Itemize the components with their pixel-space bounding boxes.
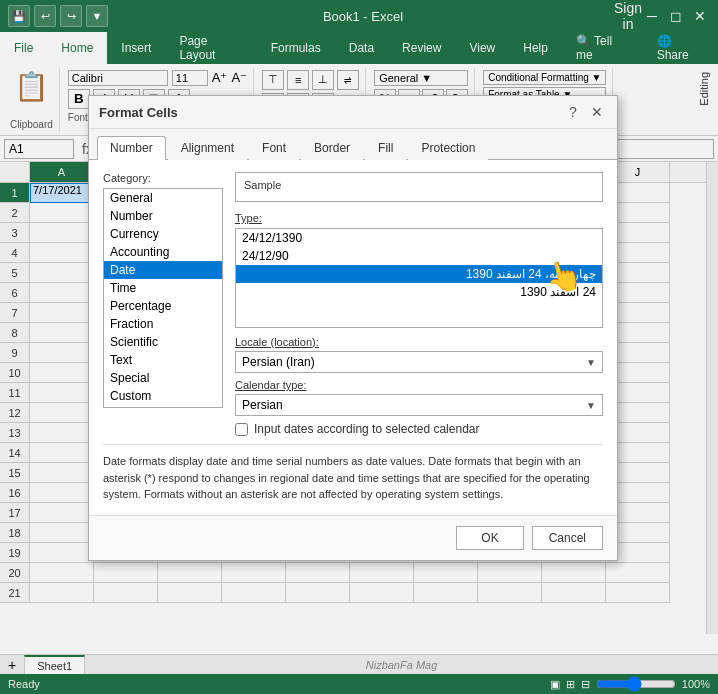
dialog-body: Category: General Number Currency Accoun… xyxy=(89,162,617,515)
type-item-2[interactable]: چهارشنبه، 24 اسفند 1390 xyxy=(236,265,602,283)
format-layout: Category: General Number Currency Accoun… xyxy=(103,172,603,436)
type-list-container[interactable]: 24/12/1390 24/12/90 چهارشنبه، 24 اسفند 1… xyxy=(235,228,603,328)
spreadsheet-area: A B C D E F G H I J 17/17/20212345678910… xyxy=(0,162,718,654)
dialog-footer: OK Cancel xyxy=(89,515,617,560)
calendar-label: Calendar type: xyxy=(235,379,603,391)
locale-section: Locale (location): Persian (Iran) ▼ xyxy=(235,336,603,373)
checkbox-label: Input dates according to selected calend… xyxy=(254,422,479,436)
checkbox-row: Input dates according to selected calend… xyxy=(235,422,603,436)
type-section: Sample Type: 24/12/1390 24/12/90 چهارشنب… xyxy=(235,172,603,436)
format-cells-dialog: Format Cells ? ✕ Number Alignment Font B… xyxy=(88,162,618,561)
type-item-1[interactable]: 24/12/90 xyxy=(236,247,602,265)
category-label: Category: xyxy=(103,172,223,184)
type-item-3[interactable]: 24 اسفند 1390 xyxy=(236,283,602,301)
type-label: Type: xyxy=(235,212,603,224)
category-accounting[interactable]: Accounting xyxy=(104,243,222,261)
sample-box: Sample xyxy=(235,172,603,202)
category-date[interactable]: Date xyxy=(104,261,222,279)
ok-button[interactable]: OK xyxy=(456,526,523,550)
category-percentage[interactable]: Percentage xyxy=(104,297,222,315)
locale-dropdown[interactable]: Persian (Iran) ▼ xyxy=(235,351,603,373)
category-list: General Number Currency Accounting Date … xyxy=(103,188,223,408)
calendar-dropdown[interactable]: Persian ▼ xyxy=(235,394,603,416)
excel-window: 💾 ↩ ↪ ▼ Book1 - Excel Sign in ─ ◻ ✕ File… xyxy=(0,0,718,694)
sample-label: Sample xyxy=(244,179,594,191)
locale-label: Locale (location): xyxy=(235,336,603,348)
category-currency[interactable]: Currency xyxy=(104,225,222,243)
category-section: Category: General Number Currency Accoun… xyxy=(103,172,223,436)
category-fraction[interactable]: Fraction xyxy=(104,315,222,333)
category-custom[interactable]: Custom xyxy=(104,387,222,405)
type-item-0[interactable]: 24/12/1390 xyxy=(236,229,602,247)
cancel-button[interactable]: Cancel xyxy=(532,526,603,550)
category-text[interactable]: Text xyxy=(104,351,222,369)
calendar-arrow-icon: ▼ xyxy=(586,400,596,411)
category-time[interactable]: Time xyxy=(104,279,222,297)
input-dates-checkbox[interactable] xyxy=(235,423,248,436)
category-general[interactable]: General xyxy=(104,189,222,207)
calendar-section: Calendar type: Persian ▼ xyxy=(235,379,603,416)
description-text: Date formats display date and time seria… xyxy=(103,444,603,503)
category-scientific[interactable]: Scientific xyxy=(104,333,222,351)
calendar-value: Persian xyxy=(242,398,283,412)
category-number[interactable]: Number xyxy=(104,207,222,225)
locale-value: Persian (Iran) xyxy=(242,355,315,369)
category-special[interactable]: Special xyxy=(104,369,222,387)
locale-arrow-icon: ▼ xyxy=(586,357,596,368)
